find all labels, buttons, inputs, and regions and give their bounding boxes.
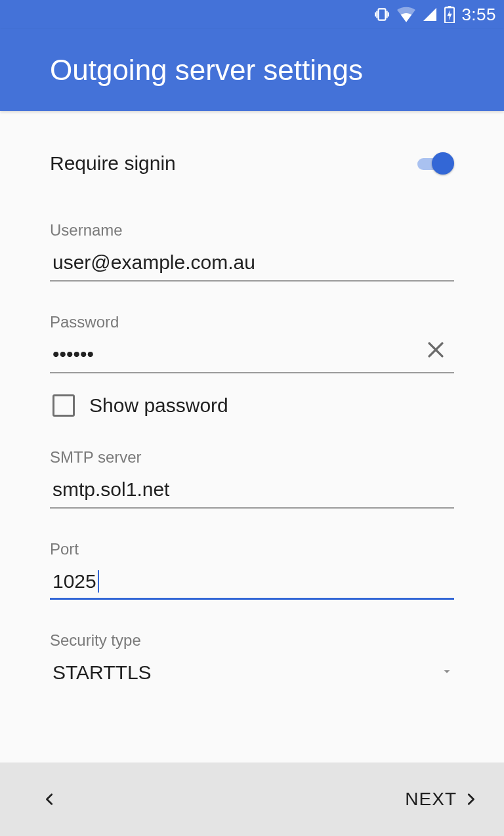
security-type-select[interactable]: STARTTLS — [50, 661, 454, 684]
battery-charging-icon — [444, 6, 455, 23]
back-button[interactable] — [37, 786, 63, 812]
next-label: NEXT — [405, 789, 457, 810]
show-password-checkbox[interactable] — [52, 394, 75, 417]
password-label: Password — [50, 313, 454, 331]
username-input[interactable] — [50, 251, 454, 282]
show-password-row[interactable]: Show password — [50, 394, 454, 417]
port-field: Port 1025 — [50, 540, 454, 600]
smtp-field: SMTP server — [50, 448, 454, 509]
status-bar: 3:55 — [0, 0, 504, 29]
require-signin-row[interactable]: Require signin — [50, 137, 454, 190]
text-cursor — [98, 570, 99, 593]
password-field: Password Show password — [50, 313, 454, 417]
security-type-field: Security type STARTTLS — [50, 631, 454, 684]
next-button[interactable]: NEXT — [405, 789, 478, 810]
username-field: Username — [50, 221, 454, 282]
page-title: Outgoing server settings — [50, 54, 363, 87]
show-password-label: Show password — [89, 394, 228, 417]
clock-text: 3:55 — [461, 5, 496, 25]
port-input[interactable]: 1025 — [50, 570, 454, 600]
wifi-icon — [397, 7, 415, 22]
chevron-right-icon — [463, 789, 478, 809]
password-input[interactable] — [50, 343, 454, 373]
app-bar: Outgoing server settings — [0, 29, 504, 111]
cell-signal-icon — [422, 7, 438, 22]
smtp-label: SMTP server — [50, 448, 454, 467]
svg-rect-6 — [448, 6, 452, 8]
bottom-bar: NEXT — [0, 763, 504, 836]
require-signin-label: Require signin — [50, 152, 176, 175]
svg-rect-0 — [379, 9, 386, 20]
smtp-input[interactable] — [50, 478, 454, 509]
require-signin-switch[interactable] — [415, 150, 454, 177]
security-type-value: STARTTLS — [50, 661, 152, 684]
content: Require signin Username Password Show pa… — [0, 111, 504, 763]
username-label: Username — [50, 221, 454, 240]
port-label: Port — [50, 540, 454, 558]
chevron-down-icon — [440, 664, 454, 681]
vibrate-icon — [373, 6, 390, 23]
clear-password-icon[interactable] — [423, 337, 449, 363]
security-type-label: Security type — [50, 631, 454, 650]
